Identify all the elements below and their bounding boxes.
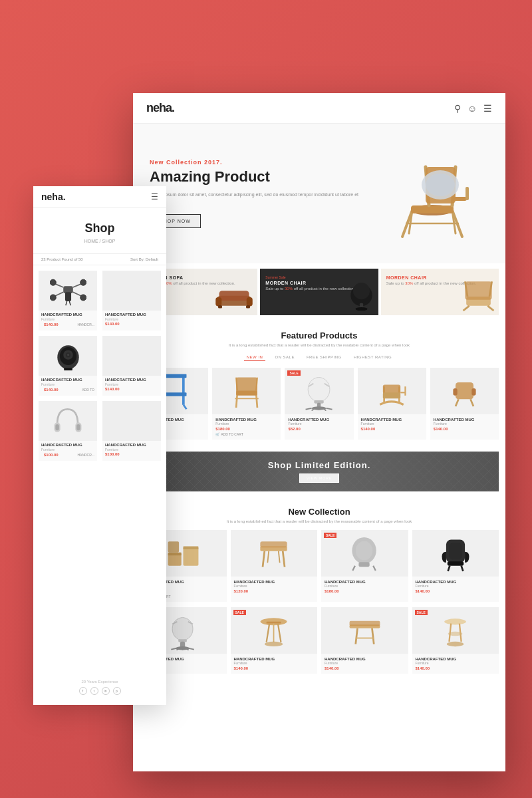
- main-window: neha. ⚲ ☺ ☰ New Collection 2017. Amazing…: [133, 93, 505, 771]
- product-price-5: $140.00: [434, 427, 495, 431]
- nc-price-6: $140.00: [234, 666, 315, 670]
- shop-product-speaker: HANDCRAFTED MUG Furniture $140.00 ADD TO: [39, 336, 97, 396]
- nc-price-4: $140.00: [416, 589, 496, 593]
- shop-product-name-5: HANDCRAFTED MUG: [39, 441, 97, 448]
- tab-on-sale[interactable]: ON SALE: [272, 354, 297, 361]
- product-price-2: $180.00: [215, 427, 277, 431]
- shop-price-4: $140.00: [102, 386, 161, 393]
- nc-image-2: [231, 530, 318, 577]
- new-collection-title: New Collection: [140, 507, 499, 517]
- pinterest-icon[interactable]: p: [113, 687, 121, 695]
- nc-cat-8: Furniture: [416, 661, 496, 665]
- search-icon[interactable]: ⚲: [454, 103, 461, 114]
- nc-product-3: SALE HANDCRAFTED MUG Furniture $180.00: [321, 530, 408, 602]
- svg-point-121: [50, 295, 56, 301]
- shop-img-4: [102, 336, 161, 376]
- nc-image-6: SALE: [231, 607, 318, 654]
- shop-name-6: HANDCRAFTED MUG: [102, 441, 161, 448]
- add-to-cart-2[interactable]: 🛒 ADD TO CART: [215, 432, 277, 436]
- shop-add-to-1[interactable]: HANDCR...: [77, 322, 94, 329]
- svg-line-85: [448, 566, 450, 571]
- svg-point-130: [67, 354, 69, 356]
- shop-product-price-5: $100.00: [41, 452, 61, 459]
- product-card-2: HANDCRAFTED MUG Furniture $180.00 🛒 ADD …: [212, 368, 281, 440]
- shop-window: neha. ☰ Shop HOME / SHOP 23 Product Foun…: [33, 186, 166, 705]
- shop-speaker-img: [39, 336, 97, 376]
- promo-banner-chair-light[interactable]: MORDEN CHAIR Sale up to 30% off all prod…: [381, 269, 499, 315]
- nc-info-6: HANDCRAFTED MUG Furniture $140.00: [231, 654, 318, 674]
- shop-logo: neha.: [41, 192, 66, 202]
- svg-line-91: [172, 648, 177, 650]
- product-count: 23 Product Found of 50: [41, 257, 83, 261]
- view-more-button[interactable]: VIEW MORE: [299, 473, 339, 483]
- shop-img-2: [102, 271, 161, 311]
- user-icon[interactable]: ☺: [467, 103, 477, 114]
- svg-rect-99: [266, 622, 281, 624]
- tab-new-in[interactable]: NEW IN: [244, 354, 266, 361]
- hero-description: Lorem ipsum dolor sit amet, consectetur …: [150, 192, 369, 205]
- featured-products-grid: SALE HANDCRAFTED MUG Furniture $140.00: [140, 368, 499, 440]
- shop-header: neha. ☰: [33, 186, 166, 208]
- tab-free-shipping[interactable]: FREE SHIPPING: [304, 354, 344, 361]
- hero-section: New Collection 2017. Amazing Product Lor…: [133, 124, 505, 263]
- svg-point-43: [308, 378, 330, 402]
- shop-name-2: HANDCRAFTED MUG: [102, 311, 161, 317]
- svg-rect-83: [449, 543, 462, 559]
- menu-icon[interactable]: ☰: [483, 103, 492, 114]
- sort-label[interactable]: Sort By: Default: [130, 257, 158, 261]
- nc-price-2: $120.00: [234, 589, 315, 593]
- svg-line-92: [189, 648, 194, 650]
- product-cat-3: Furniture: [288, 422, 350, 426]
- svg-line-105: [356, 628, 358, 644]
- product-image-5: [430, 368, 499, 414]
- svg-rect-56: [383, 384, 400, 394]
- svg-line-73: [283, 551, 285, 567]
- svg-rect-6: [411, 205, 454, 213]
- nc-cat-6: Furniture: [234, 661, 315, 665]
- facebook-icon[interactable]: f: [79, 687, 87, 695]
- nc-image-8: SALE: [412, 607, 499, 654]
- svg-rect-65: [140, 452, 499, 491]
- svg-rect-18: [218, 305, 222, 309]
- product-image-2: [212, 368, 281, 414]
- svg-line-48: [326, 408, 332, 410]
- svg-rect-79: [359, 562, 370, 567]
- nc-price-3: $180.00: [325, 589, 405, 593]
- twitter-icon[interactable]: t: [90, 687, 98, 695]
- nc-cat-4: Furniture: [416, 584, 496, 588]
- svg-rect-13: [466, 187, 469, 200]
- shop-product-price-1: $140.00: [41, 322, 61, 329]
- nc-product-4: HANDCRAFTED MUG Furniture $140.00: [412, 530, 499, 602]
- svg-point-87: [172, 617, 193, 640]
- svg-line-101: [278, 624, 281, 642]
- svg-line-81: [373, 565, 376, 570]
- tab-highest-rating[interactable]: HIGHEST RATING: [351, 354, 394, 361]
- shop-menu-icon[interactable]: ☰: [151, 192, 158, 201]
- shop-product-name-3: HANDCRAFTED MUG: [39, 376, 97, 382]
- new-collection-grid: SALE HANDCRAFTED MUG Furniture $180.00 🛒: [140, 530, 499, 602]
- featured-products-section: Featured Products It is a long establish…: [133, 321, 505, 446]
- product-card-4: HANDCRAFTED MUG Furniture $140.00: [358, 368, 426, 440]
- shop-add-to-5[interactable]: HANDCR...: [77, 452, 94, 459]
- promo-banner-chair-dark[interactable]: Summer Sale MORDEN CHAIR Sale up to 30% …: [260, 269, 378, 315]
- shop-product-name-1: HANDCRAFTED MUG: [39, 311, 97, 317]
- svg-point-112: [447, 641, 464, 646]
- nc-info-3: HANDCRAFTED MUG Furniture $180.00: [321, 577, 408, 597]
- product-info-5: HANDCRAFTED MUG Furniture $140.00: [430, 414, 499, 434]
- product-image-3: SALE: [285, 368, 353, 414]
- instagram-icon[interactable]: in: [102, 687, 110, 695]
- svg-rect-60: [456, 382, 473, 399]
- product-info-3: HANDCRAFTED MUG Furniture $52.00: [285, 414, 353, 434]
- svg-rect-57: [383, 392, 400, 398]
- product-cat-5: Furniture: [434, 422, 495, 426]
- main-logo: neha.: [146, 101, 174, 115]
- svg-line-106: [372, 628, 374, 644]
- hero-subtitle: New Collection 2017.: [150, 159, 369, 166]
- svg-rect-134: [55, 424, 59, 430]
- svg-rect-41: [236, 378, 257, 393]
- shop-add-to-3[interactable]: ADD TO: [82, 387, 94, 394]
- svg-point-11: [426, 174, 455, 196]
- limited-edition-title: Shop Limited Edition.: [268, 460, 371, 470]
- svg-rect-15: [219, 291, 249, 301]
- header-icons: ⚲ ☺ ☰: [454, 103, 492, 114]
